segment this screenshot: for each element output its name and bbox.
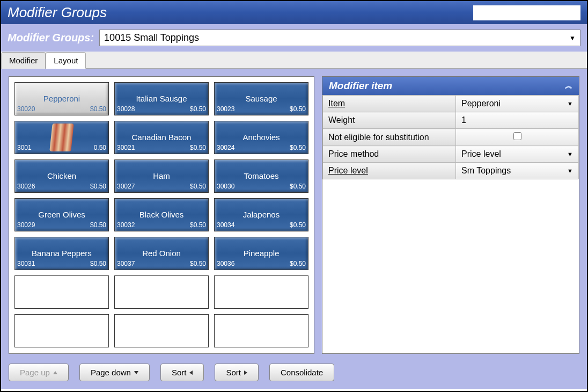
empty-tile[interactable]: [214, 314, 308, 347]
tile-name: Jalapenos: [243, 210, 280, 220]
weight-input[interactable]: [461, 115, 573, 125]
tile-price: $0.50: [190, 183, 206, 190]
modifier-tile[interactable]: Black Olives30032$0.50: [114, 198, 209, 231]
bacon-image: [49, 124, 74, 151]
tile-price: $0.50: [290, 144, 306, 151]
tile-code: 30031: [17, 260, 35, 267]
panels: Pepperoni30020$0.50Italian Sausge30028$0…: [9, 76, 579, 354]
modifier-item-panel: Modifier item ︽ Item Pepperoni ▼: [322, 76, 579, 354]
modifier-tile[interactable]: Italian Sausge30028$0.50: [114, 82, 209, 115]
row-substitution: Not eligible for substitution: [323, 129, 579, 146]
tile-code: 30027: [117, 183, 135, 190]
empty-tile[interactable]: [114, 275, 209, 309]
tile-name: Banana Peppers: [32, 249, 92, 258]
modifier-groups-dropdown[interactable]: 10015 Small Toppings ▼: [99, 30, 580, 46]
tile-code: 30028: [117, 105, 135, 113]
row-price-method: Price method Price level ▼: [323, 146, 579, 163]
tab-modifier[interactable]: Modifier: [1, 52, 46, 69]
sort-left-button[interactable]: Sort: [160, 364, 204, 381]
modifier-tile[interactable]: Red Onion30037$0.50: [114, 237, 209, 270]
chevron-down-icon: ▼: [567, 168, 573, 174]
pm-value-cell[interactable]: Price level ▼: [456, 146, 579, 163]
tile-price: $0.50: [90, 221, 106, 229]
weight-value-cell[interactable]: [456, 112, 579, 129]
window: Modifier Groups Modifier Groups: 10015 S…: [0, 0, 588, 392]
item-value-cell[interactable]: Pepperoni ▼: [456, 96, 579, 112]
tile-name: Green Olives: [38, 210, 85, 220]
modifier-grid: Pepperoni30020$0.50Italian Sausge30028$0…: [14, 82, 308, 347]
tab-layout[interactable]: Layout: [46, 52, 86, 69]
property-table: Item Pepperoni ▼ Weight: [322, 95, 579, 179]
modifier-tile[interactable]: Chicken30026$0.50: [14, 159, 109, 193]
titlebar-blank: [473, 5, 580, 20]
consolidate-button[interactable]: Consolidate: [269, 364, 334, 381]
tile-price: $0.50: [190, 260, 206, 267]
modifier-groups-label: Modifier Groups:: [8, 32, 94, 44]
tile-price: 0.50: [94, 144, 106, 151]
tile-price: $0.50: [290, 260, 306, 267]
modifier-tile[interactable]: Banana Peppers30031$0.50: [14, 237, 109, 270]
content-area: Pepperoni30020$0.50Italian Sausge30028$0…: [1, 69, 587, 389]
tile-name: Anchovies: [242, 133, 280, 142]
tile-name: Pineapple: [244, 249, 280, 258]
modifier-tile[interactable]: Sausage30023$0.50: [214, 82, 308, 115]
tile-code: 30029: [17, 221, 35, 229]
sort-right-button[interactable]: Sort: [215, 364, 259, 381]
pl-label: Price level: [328, 166, 368, 175]
arrow-right-icon: [244, 371, 247, 375]
tile-code: 30032: [117, 221, 135, 229]
pm-value: Price level: [461, 149, 501, 159]
collapse-icon[interactable]: ︽: [565, 81, 572, 91]
modifier-tile[interactable]: Pepperoni30020$0.50: [14, 82, 109, 115]
button-bar: Page up Page down Sort Sort Consolidate: [9, 364, 579, 381]
dropdown-value: 10015 Small Toppings: [104, 32, 199, 43]
pm-label: Price method: [323, 146, 456, 163]
item-value: Pepperoni: [461, 99, 501, 108]
sub-checkbox[interactable]: [513, 132, 521, 140]
titlebar: Modifier Groups: [1, 1, 587, 24]
pl-value-cell[interactable]: Sm Toppings ▼: [456, 163, 579, 179]
modifier-tile[interactable]: Tomatoes30030$0.50: [214, 159, 308, 193]
item-label: Item: [328, 99, 345, 108]
page-down-button[interactable]: Page down: [79, 364, 150, 381]
tile-name: Sausage: [245, 95, 277, 104]
subbar: Modifier Groups: 10015 Small Toppings ▼: [1, 24, 587, 52]
tile-name: Ham: [153, 172, 170, 181]
modifier-tile[interactable]: Pineapple30036$0.50: [214, 237, 308, 270]
tile-code: 30036: [217, 260, 234, 267]
modifier-tile[interactable]: Anchovies30024$0.50: [214, 121, 308, 154]
modifier-tile[interactable]: 30010.50: [14, 121, 109, 154]
chevron-down-icon: ▼: [567, 151, 573, 157]
empty-tile[interactable]: [14, 314, 109, 347]
modifier-tile[interactable]: Green Olives30029$0.50: [14, 198, 109, 231]
modifier-tile[interactable]: Ham30027$0.50: [114, 159, 209, 193]
pl-value: Sm Toppings: [461, 166, 511, 176]
empty-tile[interactable]: [14, 275, 109, 309]
tile-name: Italian Sausge: [136, 95, 187, 104]
modifier-tile[interactable]: Canadian Bacon30021$0.50: [114, 121, 209, 154]
row-item: Item Pepperoni ▼: [323, 96, 579, 112]
empty-tile[interactable]: [114, 314, 209, 347]
sub-value-cell[interactable]: [456, 129, 579, 146]
chevron-down-icon: ▼: [569, 34, 576, 42]
tile-price: $0.50: [90, 260, 106, 267]
tile-price: $0.50: [90, 105, 106, 113]
tile-code: 30034: [217, 221, 234, 229]
empty-tile[interactable]: [214, 275, 308, 309]
tile-code: 30023: [217, 105, 234, 113]
sub-label: Not eligible for substitution: [323, 129, 456, 146]
modifier-grid-panel: Pepperoni30020$0.50Italian Sausge30028$0…: [9, 76, 314, 354]
tile-price: $0.50: [290, 221, 306, 229]
weight-label: Weight: [323, 112, 456, 129]
tile-name: Red Onion: [142, 249, 181, 258]
tile-price: $0.50: [290, 105, 306, 113]
page-up-button[interactable]: Page up: [9, 364, 69, 381]
tile-name: Black Olives: [139, 210, 184, 220]
chevron-down-icon: ▼: [567, 100, 573, 107]
tile-price: $0.50: [190, 144, 206, 151]
tile-code: 30020: [17, 105, 35, 113]
tile-code: 30021: [117, 144, 135, 151]
modifier-tile[interactable]: Jalapenos30034$0.50: [214, 198, 308, 231]
arrow-down-icon: [134, 371, 138, 374]
tile-name: Tomatoes: [244, 172, 278, 181]
